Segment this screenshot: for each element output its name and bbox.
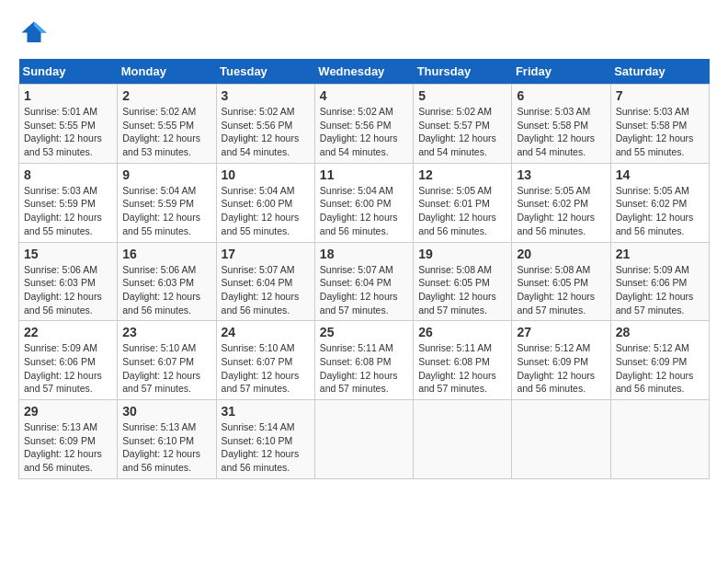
calendar-cell: 31 Sunrise: 5:14 AMSunset: 6:10 PMDaylig…	[216, 400, 314, 479]
day-number: 31	[222, 404, 310, 419]
day-info: Sunrise: 5:14 AMSunset: 6:10 PMDaylight:…	[222, 421, 300, 473]
day-info: Sunrise: 5:04 AMSunset: 6:00 PMDaylight:…	[222, 185, 300, 236]
day-number: 18	[320, 247, 408, 261]
day-number: 22	[24, 325, 112, 339]
day-info: Sunrise: 5:03 AMSunset: 5:59 PMDaylight:…	[24, 185, 102, 236]
day-info: Sunrise: 5:02 AMSunset: 5:57 PMDaylight:…	[418, 106, 496, 157]
day-info: Sunrise: 5:06 AMSunset: 6:03 PMDaylight:…	[24, 264, 102, 316]
day-info: Sunrise: 5:05 AMSunset: 6:02 PMDaylight:…	[616, 185, 694, 236]
calendar-cell: 16 Sunrise: 5:06 AMSunset: 6:03 PMDaylig…	[118, 242, 216, 321]
calendar-cell	[414, 400, 512, 479]
day-info: Sunrise: 5:02 AMSunset: 5:56 PMDaylight:…	[222, 106, 300, 157]
calendar-cell: 11 Sunrise: 5:04 AMSunset: 6:00 PMDaylig…	[314, 163, 413, 242]
weekday-header-tuesday: Tuesday	[216, 59, 314, 85]
day-info: Sunrise: 5:04 AMSunset: 5:59 PMDaylight:…	[122, 185, 200, 236]
calendar-cell: 15 Sunrise: 5:06 AMSunset: 6:03 PMDaylig…	[19, 242, 118, 321]
day-number: 9	[122, 167, 210, 182]
calendar-cell: 13 Sunrise: 5:05 AMSunset: 6:02 PMDaylig…	[512, 163, 610, 242]
calendar-cell: 22 Sunrise: 5:09 AMSunset: 6:06 PMDaylig…	[19, 321, 118, 400]
calendar-cell: 27 Sunrise: 5:12 AMSunset: 6:09 PMDaylig…	[512, 321, 610, 400]
day-number: 21	[616, 247, 704, 261]
header	[18, 18, 710, 50]
calendar-cell: 4 Sunrise: 5:02 AMSunset: 5:56 PMDayligh…	[314, 85, 413, 164]
day-info: Sunrise: 5:02 AMSunset: 5:56 PMDaylight:…	[320, 106, 398, 157]
calendar-week-2: 8 Sunrise: 5:03 AMSunset: 5:59 PMDayligh…	[19, 163, 710, 242]
calendar-cell: 8 Sunrise: 5:03 AMSunset: 5:59 PMDayligh…	[19, 163, 118, 242]
day-number: 11	[320, 167, 408, 182]
day-info: Sunrise: 5:08 AMSunset: 6:05 PMDaylight:…	[418, 264, 496, 316]
day-number: 14	[616, 167, 704, 182]
day-number: 19	[418, 247, 506, 261]
calendar-cell: 24 Sunrise: 5:10 AMSunset: 6:07 PMDaylig…	[216, 321, 314, 400]
day-number: 25	[320, 325, 408, 339]
calendar-cell: 19 Sunrise: 5:08 AMSunset: 6:05 PMDaylig…	[414, 242, 512, 321]
day-info: Sunrise: 5:12 AMSunset: 6:09 PMDaylight:…	[517, 342, 595, 394]
day-info: Sunrise: 5:09 AMSunset: 6:06 PMDaylight:…	[616, 264, 694, 316]
day-number: 23	[122, 325, 210, 339]
day-number: 13	[517, 167, 605, 182]
calendar-cell: 6 Sunrise: 5:03 AMSunset: 5:58 PMDayligh…	[512, 85, 610, 164]
calendar-cell: 9 Sunrise: 5:04 AMSunset: 5:59 PMDayligh…	[118, 163, 216, 242]
calendar-cell: 29 Sunrise: 5:13 AMSunset: 6:09 PMDaylig…	[19, 400, 118, 479]
day-info: Sunrise: 5:11 AMSunset: 6:08 PMDaylight:…	[418, 342, 496, 394]
day-number: 5	[418, 88, 506, 103]
calendar-cell: 26 Sunrise: 5:11 AMSunset: 6:08 PMDaylig…	[414, 321, 512, 400]
weekday-header-saturday: Saturday	[610, 59, 709, 85]
calendar-cell	[314, 400, 413, 479]
day-info: Sunrise: 5:07 AMSunset: 6:04 PMDaylight:…	[320, 264, 398, 316]
day-info: Sunrise: 5:05 AMSunset: 6:01 PMDaylight:…	[418, 185, 496, 236]
day-number: 2	[122, 88, 210, 103]
day-number: 10	[222, 167, 310, 182]
calendar-cell: 28 Sunrise: 5:12 AMSunset: 6:09 PMDaylig…	[610, 321, 709, 400]
day-info: Sunrise: 5:13 AMSunset: 6:10 PMDaylight:…	[122, 421, 200, 473]
calendar-week-1: 1 Sunrise: 5:01 AMSunset: 5:55 PMDayligh…	[19, 85, 710, 164]
day-info: Sunrise: 5:13 AMSunset: 6:09 PMDaylight:…	[24, 421, 102, 473]
weekday-header-sunday: Sunday	[19, 59, 118, 85]
calendar-cell: 2 Sunrise: 5:02 AMSunset: 5:55 PMDayligh…	[118, 85, 216, 164]
calendar-table: SundayMondayTuesdayWednesdayThursdayFrid…	[18, 59, 710, 479]
calendar-cell	[610, 400, 709, 479]
day-number: 3	[222, 88, 310, 103]
calendar-cell: 1 Sunrise: 5:01 AMSunset: 5:55 PMDayligh…	[19, 85, 118, 164]
day-info: Sunrise: 5:10 AMSunset: 6:07 PMDaylight:…	[122, 342, 200, 394]
day-info: Sunrise: 5:05 AMSunset: 6:02 PMDaylight:…	[517, 185, 595, 236]
calendar-cell: 3 Sunrise: 5:02 AMSunset: 5:56 PMDayligh…	[216, 85, 314, 164]
day-number: 20	[517, 247, 605, 261]
day-info: Sunrise: 5:01 AMSunset: 5:55 PMDaylight:…	[24, 106, 102, 157]
weekday-header-row: SundayMondayTuesdayWednesdayThursdayFrid…	[19, 59, 710, 85]
calendar-cell: 14 Sunrise: 5:05 AMSunset: 6:02 PMDaylig…	[610, 163, 709, 242]
day-info: Sunrise: 5:03 AMSunset: 5:58 PMDaylight:…	[517, 106, 595, 157]
day-number: 7	[616, 88, 704, 103]
calendar-cell: 25 Sunrise: 5:11 AMSunset: 6:08 PMDaylig…	[314, 321, 413, 400]
calendar-cell: 30 Sunrise: 5:13 AMSunset: 6:10 PMDaylig…	[118, 400, 216, 479]
day-info: Sunrise: 5:11 AMSunset: 6:08 PMDaylight:…	[320, 342, 398, 394]
calendar-week-3: 15 Sunrise: 5:06 AMSunset: 6:03 PMDaylig…	[19, 242, 710, 321]
day-info: Sunrise: 5:02 AMSunset: 5:55 PMDaylight:…	[122, 106, 200, 157]
calendar-cell: 21 Sunrise: 5:09 AMSunset: 6:06 PMDaylig…	[610, 242, 709, 321]
day-info: Sunrise: 5:07 AMSunset: 6:04 PMDaylight:…	[222, 264, 300, 316]
day-number: 27	[517, 325, 605, 339]
calendar-cell: 23 Sunrise: 5:10 AMSunset: 6:07 PMDaylig…	[118, 321, 216, 400]
day-info: Sunrise: 5:04 AMSunset: 6:00 PMDaylight:…	[320, 185, 398, 236]
logo-icon	[20, 18, 48, 46]
day-number: 24	[222, 325, 310, 339]
day-number: 26	[418, 325, 506, 339]
day-number: 17	[222, 247, 310, 261]
calendar-cell: 18 Sunrise: 5:07 AMSunset: 6:04 PMDaylig…	[314, 242, 413, 321]
calendar-cell: 7 Sunrise: 5:03 AMSunset: 5:58 PMDayligh…	[610, 85, 709, 164]
day-number: 12	[418, 167, 506, 182]
day-info: Sunrise: 5:06 AMSunset: 6:03 PMDaylight:…	[122, 264, 200, 316]
day-number: 6	[517, 88, 605, 103]
day-info: Sunrise: 5:08 AMSunset: 6:05 PMDaylight:…	[517, 264, 595, 316]
day-info: Sunrise: 5:10 AMSunset: 6:07 PMDaylight:…	[222, 342, 300, 394]
day-number: 16	[122, 247, 210, 261]
day-info: Sunrise: 5:12 AMSunset: 6:09 PMDaylight:…	[616, 342, 694, 394]
weekday-header-monday: Monday	[118, 59, 216, 85]
day-number: 29	[24, 404, 112, 419]
calendar-week-4: 22 Sunrise: 5:09 AMSunset: 6:06 PMDaylig…	[19, 321, 710, 400]
day-info: Sunrise: 5:03 AMSunset: 5:58 PMDaylight:…	[616, 106, 694, 157]
day-number: 1	[24, 88, 112, 103]
weekday-header-wednesday: Wednesday	[314, 59, 413, 85]
day-number: 8	[24, 167, 112, 182]
calendar-cell	[512, 400, 610, 479]
